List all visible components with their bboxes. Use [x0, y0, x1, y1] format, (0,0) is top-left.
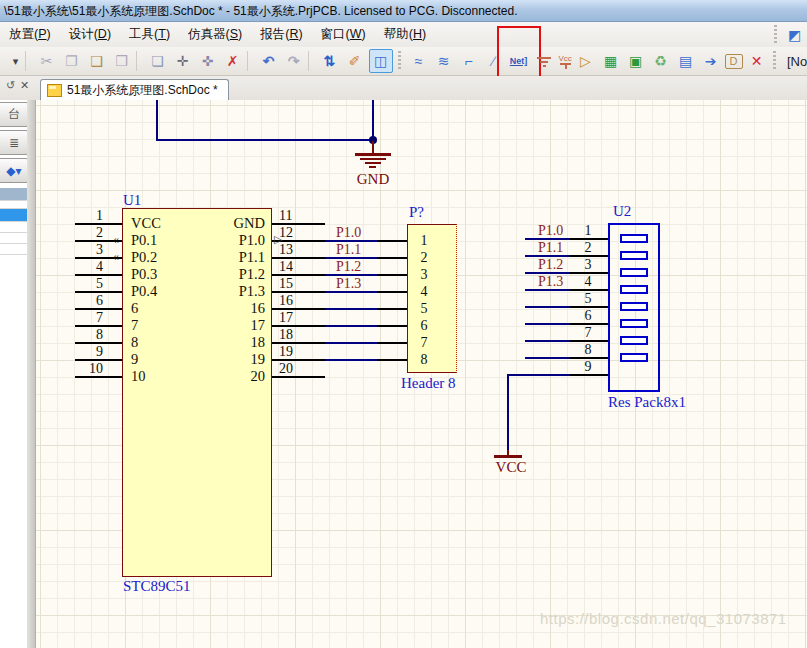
u2-designator[interactable]: U2	[613, 204, 631, 219]
u2-net-wire-8[interactable]	[525, 357, 570, 359]
undo-icon[interactable]: ↶	[258, 50, 280, 72]
paste-special-icon[interactable]: ❒	[111, 50, 133, 72]
u1-pin-label-14: P1.2	[165, 266, 265, 283]
header-designator[interactable]: P?	[409, 205, 424, 220]
variations-dropdown[interactable]: [No Variations]	[781, 52, 807, 71]
net-label-P1.2[interactable]: P1.2	[336, 259, 361, 274]
paste-icon[interactable]: ❑	[86, 50, 108, 72]
u1-pin-label-3: P0.2	[131, 249, 157, 266]
watermark-text: https://blog.csdn.net/qq_31073871	[540, 610, 787, 627]
u2-net-wire-5[interactable]	[525, 306, 570, 308]
gnd-power-port-label[interactable]: GND	[348, 172, 398, 187]
schematic-canvas[interactable]: U1 STC89C51 P? Header 8 U2 Res Pack8x1 G…	[35, 100, 807, 648]
place-part-icon[interactable]: ▷	[575, 50, 597, 72]
menu-item-1[interactable]: 设计(D)	[60, 22, 120, 47]
menu-item-6[interactable]: 帮助(H)	[375, 22, 435, 47]
vcc-wire-vertical[interactable]	[507, 374, 509, 450]
u1-pin-label-19: 19	[165, 351, 265, 368]
net-label-P1.3[interactable]: P1.3	[336, 276, 361, 291]
net-label-P1.1[interactable]: P1.1	[336, 242, 361, 257]
u2-net-label-P1.2[interactable]: P1.2	[538, 257, 563, 272]
signal-harness-icon[interactable]: ∕	[483, 50, 505, 72]
separator	[247, 51, 254, 71]
copy-icon[interactable]: ❐	[61, 50, 83, 72]
u1-part-name[interactable]: STC89C51	[123, 579, 191, 594]
separator	[136, 51, 143, 71]
panel-list-row-1[interactable]	[0, 201, 28, 209]
net-wire-15[interactable]	[325, 291, 377, 293]
document-zoom-icon[interactable]: ◫	[369, 49, 393, 73]
vcc-power-port-label[interactable]: VCC	[485, 460, 537, 475]
redo-icon[interactable]: ↷	[283, 50, 305, 72]
panel-list-row-2[interactable]	[0, 209, 28, 222]
panel-close-icon[interactable]: ✕	[20, 79, 29, 92]
smart-paste-icon[interactable]: ♻	[650, 50, 672, 72]
panel-list-row-3[interactable]	[0, 222, 28, 233]
clear-filter-icon[interactable]: ✗	[222, 50, 244, 72]
menu-item-3[interactable]: 仿真器(S)	[179, 22, 251, 47]
net-wire-17[interactable]	[325, 325, 377, 327]
toolbar-grip[interactable]	[772, 25, 780, 45]
deselect-icon[interactable]: ✜	[197, 50, 219, 72]
u2-net-wire-7[interactable]	[525, 340, 570, 342]
move-icon[interactable]: ✛	[172, 50, 194, 72]
menu-item-4[interactable]: 报告(R)	[251, 22, 311, 47]
gnd-bar-2	[360, 158, 386, 160]
wire-vertical-right[interactable]	[372, 100, 374, 141]
altium-schematic-window: \51最小系统\51最小系统原理图.SchDoc * - 51最小系统.PrjP…	[0, 0, 807, 648]
net-wire-19[interactable]	[325, 359, 377, 361]
panel-list-row-4[interactable]	[0, 233, 28, 244]
wire-vertical-left[interactable]	[156, 100, 158, 140]
menu-item-0[interactable]: 放置(P)	[0, 22, 60, 47]
panel-pin-icon[interactable]: ↺	[6, 79, 15, 92]
bus-entry-icon[interactable]: ⌐	[458, 50, 480, 72]
wire-horizontal-top[interactable]	[156, 139, 374, 141]
panel-button-dropdown[interactable]: ◆▾	[0, 158, 29, 183]
u1-pin-label-6: 6	[131, 300, 138, 317]
u2-net-wire-4[interactable]	[525, 289, 570, 291]
panel-button-1[interactable]: 台	[0, 102, 29, 127]
u1-pin-number-20: 20	[279, 361, 319, 376]
place-net-label-icon[interactable]: Net]	[508, 50, 530, 72]
net-label-P1.0[interactable]: P1.0	[336, 225, 361, 240]
process-flow-icon[interactable]: ➔	[700, 50, 722, 72]
u2-net-label-P1.3[interactable]: P1.3	[538, 274, 563, 289]
net-wire-16[interactable]	[325, 308, 377, 310]
place-device-icon[interactable]: ▤	[675, 50, 697, 72]
u2-net-wire-6[interactable]	[525, 323, 570, 325]
schdoc-file-icon	[47, 84, 62, 97]
u2-net-label-P1.1[interactable]: P1.1	[538, 240, 563, 255]
delete-icon[interactable]: ✕	[746, 50, 768, 72]
place-gnd-port-icon[interactable]	[533, 50, 555, 72]
place-ic-icon[interactable]: ▦	[600, 50, 622, 72]
toolbar-grip[interactable]	[771, 51, 779, 71]
header-part-name[interactable]: Header 8	[401, 376, 456, 391]
place-vcc-port-icon[interactable]: Vcc	[558, 54, 572, 68]
net-wire-18[interactable]	[325, 342, 377, 344]
panel-list-row-0[interactable]	[0, 188, 28, 201]
panel-button-2[interactable]: ≣	[0, 130, 29, 155]
ruler-tool-icon[interactable]: ◩	[784, 24, 806, 46]
panel-list-row-5[interactable]	[0, 244, 28, 255]
device-d1-icon[interactable]: D	[725, 54, 743, 69]
toolbar-grip[interactable]	[396, 51, 404, 71]
u1-pin-number-19: 19	[279, 344, 319, 359]
u2-vcc-wire-horizontal[interactable]	[508, 374, 570, 376]
u1-pin-line-left-10	[75, 376, 122, 378]
menu-item-2[interactable]: 工具(T)	[120, 22, 179, 47]
place-sheet-symbol-icon[interactable]: ▣	[625, 50, 647, 72]
cut-icon[interactable]: ✂	[36, 50, 58, 72]
header-pin-number-4: 4	[413, 284, 435, 299]
select-area-icon[interactable]: ❏	[147, 50, 169, 72]
place-wire-icon[interactable]: ≈	[408, 50, 430, 72]
u2-net-label-P1.0[interactable]: P1.0	[538, 223, 563, 238]
tab-schdoc[interactable]: 51最小系统原理图.SchDoc *	[40, 79, 229, 100]
cursor-dropdown-icon[interactable]: ▾	[10, 50, 22, 72]
place-bus-icon[interactable]: ≋	[433, 50, 455, 72]
menu-item-5[interactable]: 窗口(W)	[312, 22, 375, 47]
wand-icon[interactable]: ✐	[344, 50, 366, 72]
sort-updown-icon[interactable]: ⇅	[319, 50, 341, 72]
u1-pin-number-15: 15	[279, 276, 319, 291]
u1-designator[interactable]: U1	[123, 193, 141, 208]
u2-part-name[interactable]: Res Pack8x1	[608, 395, 686, 410]
